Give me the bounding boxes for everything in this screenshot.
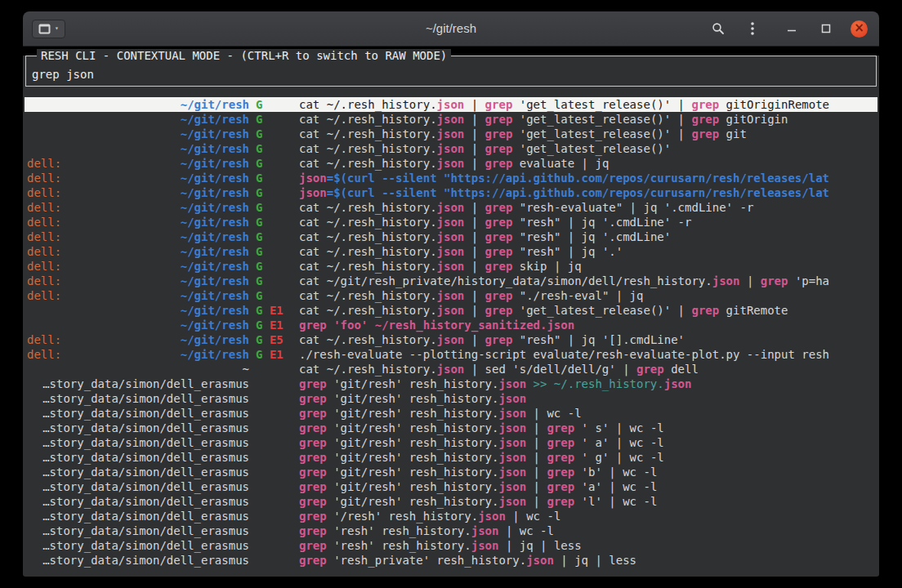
flags-cell: G: [256, 215, 292, 229]
directory-label: ~/git/resh: [181, 274, 249, 288]
history-row[interactable]: ~cat ~/.resh_history.json | sed 's/dell/…: [25, 362, 877, 376]
flags-cell: [256, 362, 292, 376]
search-button[interactable]: [708, 19, 728, 38]
flags-cell: G: [256, 141, 292, 156]
command-segment: 'resh' resh_history.: [327, 524, 471, 537]
history-row[interactable]: …story_data/simon/dell_erasmusgrep 'git/…: [25, 465, 877, 479]
history-row[interactable]: dell:~/git/reshGjson=$(curl --silent "ht…: [25, 185, 877, 200]
history-row[interactable]: …story_data/simon/dell_erasmusgrep '/res…: [25, 509, 877, 523]
history-row[interactable]: dell:~/git/reshGcat ~/.resh_history.json…: [25, 259, 877, 274]
command-segment: |: [464, 142, 484, 155]
history-row[interactable]: ~/git/reshGcat ~/.resh_history.json | gr…: [25, 127, 877, 141]
host-label: dell:: [27, 288, 61, 303]
directory-label: ~/git/resh: [181, 318, 249, 332]
history-row[interactable]: dell:~/git/reshGcat ~/.resh_history.json…: [25, 200, 877, 215]
command-segment: 'get_latest_release()' |: [512, 127, 691, 140]
host-dir-cell: …story_data/simon/dell_erasmus: [27, 465, 249, 479]
command-segment: | sed 's/dell/dell/g' |: [464, 363, 636, 376]
history-row[interactable]: dell:~/git/reshGcat ~/.resh_history.json…: [25, 215, 877, 229]
flag-G: G: [256, 216, 262, 229]
command-segment: cat ~/.resh_history.: [299, 260, 437, 273]
chevron-down-icon: ▾: [55, 25, 59, 32]
close-button[interactable]: ×: [851, 20, 868, 38]
directory-label: …story_data/simon/dell_erasmus: [42, 421, 249, 435]
history-row[interactable]: dell:~/git/reshGjson=$(curl --silent "ht…: [25, 171, 877, 185]
command-text: grep 'foo' ~/resh_history_sanitized.json: [299, 318, 877, 332]
command-segment: "resh-evaluate" | jq '.cmdLine' -r: [512, 201, 753, 214]
flags-cell: G: [256, 200, 292, 215]
history-row[interactable]: …story_data/simon/dell_erasmusgrep 'git/…: [25, 406, 877, 421]
flag-G: G: [256, 98, 262, 111]
history-row[interactable]: dell:~/git/reshGcat ~/.resh_history.json…: [25, 244, 877, 259]
history-row[interactable]: …story_data/simon/dell_erasmusgrep 'resh…: [25, 538, 877, 553]
flags-cell: [256, 391, 292, 406]
history-row[interactable]: dell:~/git/reshGcat ~/.resh_history.json…: [25, 229, 877, 244]
match-highlight: json: [437, 216, 465, 229]
history-row[interactable]: dell:~/git/reshG E5cat ~/.resh_history.j…: [25, 332, 877, 347]
directory-label: …story_data/simon/dell_erasmus: [42, 538, 249, 553]
history-row[interactable]: ~/git/reshG E1cat ~/.resh_history.json |…: [25, 303, 877, 318]
directory-label: …story_data/simon/dell_erasmus: [42, 435, 249, 450]
history-row[interactable]: ~/git/reshGcat ~/.resh_history.json | gr…: [25, 112, 877, 127]
history-row[interactable]: ~/git/reshG E1grep 'foo' ~/resh_history_…: [25, 318, 877, 332]
flag-G: G: [256, 230, 262, 243]
directory-label: ~/git/resh: [181, 244, 249, 259]
command-segment: cat ~/git/resh_private/history_data/simo…: [299, 274, 712, 287]
history-row-selected[interactable]: ~/git/reshGcat ~/.resh_history.json | gr…: [25, 97, 877, 112]
command-segment: dell: [664, 363, 699, 376]
host-label: dell:: [27, 171, 61, 185]
host-label: dell:: [27, 332, 61, 347]
match-highlight: grep: [547, 495, 574, 508]
command-text: cat ~/.resh_history.json | grep 'get_lat…: [299, 97, 877, 112]
new-terminal-button[interactable]: ▾: [32, 20, 65, 38]
match-highlight: json: [498, 436, 526, 449]
history-row[interactable]: …story_data/simon/dell_erasmusgrep 'resh…: [25, 523, 877, 538]
match-highlight: grep: [485, 333, 513, 346]
history-row[interactable]: …story_data/simon/dell_erasmusgrep 'git/…: [25, 376, 877, 391]
directory-label: …story_data/simon/dell_erasmus: [42, 391, 249, 406]
command-segment: cat ~/.resh_history.: [299, 333, 437, 346]
kebab-menu-icon: [751, 22, 754, 35]
command-text: cat ~/git/resh_private/history_data/simo…: [299, 274, 877, 288]
match-highlight: json: [299, 172, 327, 185]
command-segment: 'get_latest_release()' |: [512, 113, 691, 126]
history-row[interactable]: dell:~/git/reshGcat ~/.resh_history.json…: [25, 156, 877, 171]
history-row[interactable]: …story_data/simon/dell_erasmusgrep 'resh…: [25, 553, 877, 568]
match-highlight: grep: [299, 510, 327, 523]
flags-cell: G: [256, 259, 292, 274]
mode-title: RESH CLI - CONTEXTUAL MODE - (CTRL+R to …: [37, 49, 451, 62]
match-highlight: grep: [299, 524, 327, 537]
match-highlight: grep: [485, 260, 513, 273]
history-row[interactable]: dell:~/git/reshGcat ~/git/resh_private/h…: [25, 274, 877, 288]
flags-cell: G: [256, 171, 292, 185]
flag-G: G: [256, 127, 262, 140]
maximize-button[interactable]: [816, 19, 836, 38]
host-label: dell:: [27, 185, 61, 200]
history-row[interactable]: ~/git/reshGcat ~/.resh_history.json | gr…: [25, 141, 877, 156]
history-row[interactable]: …story_data/simon/dell_erasmusgrep 'git/…: [25, 421, 877, 435]
history-row[interactable]: dell:~/git/reshGcat ~/.resh_history.json…: [25, 288, 877, 303]
history-row[interactable]: …story_data/simon/dell_erasmusgrep 'git/…: [25, 450, 877, 465]
search-query-input[interactable]: grep json: [32, 68, 94, 81]
match-highlight: grep: [547, 480, 574, 493]
history-row[interactable]: dell:~/git/reshG E1./resh-evaluate --plo…: [25, 347, 877, 362]
history-row[interactable]: …story_data/simon/dell_erasmusgrep 'git/…: [25, 391, 877, 406]
directory-label: ~/git/resh: [181, 259, 249, 274]
history-row[interactable]: …story_data/simon/dell_erasmusgrep 'git/…: [25, 435, 877, 450]
flags-cell: G E1: [256, 347, 292, 362]
command-segment: cat ~/.resh_history.: [299, 245, 437, 258]
command-segment: 'git/resh' resh_history.: [327, 466, 499, 479]
history-row[interactable]: …story_data/simon/dell_erasmusgrep 'git/…: [25, 494, 877, 509]
command-segment: |: [526, 466, 547, 479]
command-segment: =$(curl --silent "https://api.github.com…: [327, 172, 829, 185]
host-dir-cell: …story_data/simon/dell_erasmus: [27, 509, 249, 523]
host-dir-cell: ~/git/resh: [27, 112, 249, 127]
match-highlight: grep: [299, 377, 327, 390]
menu-button[interactable]: [743, 19, 762, 38]
command-segment: cat ~/.resh_history.: [299, 216, 437, 229]
match-highlight: grep: [691, 113, 719, 126]
history-row[interactable]: …story_data/simon/dell_erasmusgrep 'git/…: [25, 479, 877, 494]
flags-cell: G: [256, 156, 292, 171]
minimize-button[interactable]: [782, 19, 802, 38]
host-dir-cell: dell:~/git/resh: [27, 244, 249, 259]
